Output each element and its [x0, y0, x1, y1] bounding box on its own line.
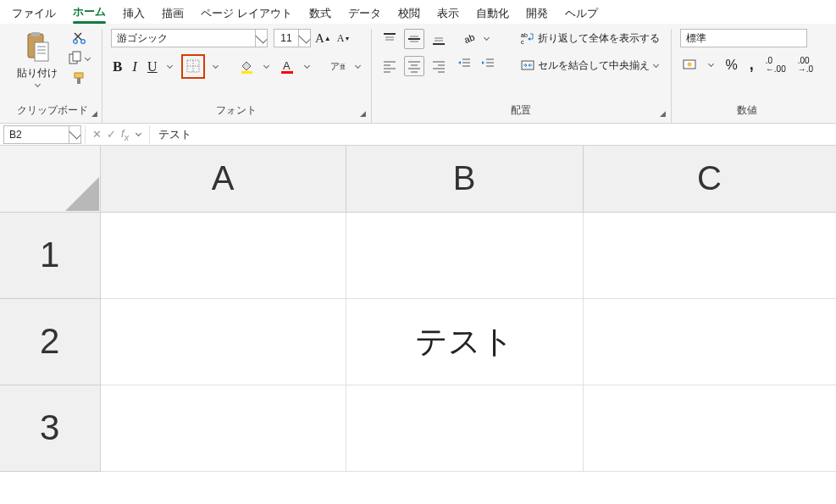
column-header-a[interactable]: A: [100, 146, 346, 212]
increase-indent-icon: [480, 56, 496, 71]
align-top-button[interactable]: [380, 30, 399, 48]
cell-c3[interactable]: [583, 385, 836, 471]
select-all-corner[interactable]: [0, 146, 100, 212]
svg-text:ab: ab: [462, 32, 476, 45]
row-header-2[interactable]: 2: [0, 298, 100, 385]
underline-button[interactable]: U: [146, 58, 159, 76]
svg-rect-2: [35, 42, 48, 61]
font-name-value: 游ゴシック: [112, 31, 255, 46]
corner-triangle-icon: [65, 177, 99, 211]
accounting-dropdown[interactable]: [707, 58, 716, 73]
clipboard-paste-icon: [23, 30, 52, 64]
wrap-text-button[interactable]: abc 折り返して全体を表示する: [518, 29, 662, 47]
menu-data[interactable]: データ: [341, 3, 388, 25]
cell-b2[interactable]: テスト: [346, 298, 583, 385]
phonetic-dropdown[interactable]: [354, 59, 363, 75]
orientation-dropdown[interactable]: [482, 30, 490, 46]
font-color-dropdown[interactable]: [303, 59, 312, 75]
scissors-icon: [72, 30, 87, 46]
menu-view[interactable]: 表示: [430, 3, 466, 25]
menu-developer[interactable]: 開発: [519, 3, 555, 25]
column-header-b[interactable]: B: [346, 146, 583, 212]
chevron-down-icon[interactable]: [255, 30, 267, 47]
menu-formulas[interactable]: 数式: [302, 3, 338, 25]
dialog-launcher-icon[interactable]: ◢: [359, 109, 368, 118]
decrease-font-button[interactable]: A▼: [335, 30, 352, 47]
fill-color-button[interactable]: [237, 58, 256, 76]
fill-color-dropdown[interactable]: [263, 59, 271, 75]
chevron-down-icon[interactable]: [69, 126, 80, 143]
dialog-launcher-icon[interactable]: ◢: [90, 109, 98, 118]
cell-a3[interactable]: [100, 385, 346, 471]
format-painter-button[interactable]: [70, 69, 89, 88]
paste-button[interactable]: 貼り付け: [12, 29, 63, 88]
italic-button[interactable]: I: [130, 57, 139, 77]
row-header-1[interactable]: 1: [0, 212, 100, 298]
confirm-edit-icon[interactable]: ✓: [107, 128, 116, 141]
align-bottom-button[interactable]: [429, 30, 448, 48]
wrap-text-icon: abc: [520, 30, 535, 46]
cut-button[interactable]: [70, 29, 89, 47]
menu-draw[interactable]: 描画: [155, 3, 191, 25]
borders-button[interactable]: [184, 57, 202, 75]
comma-button[interactable]: ,: [748, 54, 756, 75]
chevron-down-icon[interactable]: [652, 58, 661, 73]
bold-button[interactable]: B: [111, 57, 124, 77]
align-center-button[interactable]: [404, 56, 424, 76]
menu-insert[interactable]: 挿入: [116, 3, 152, 25]
font-size-select[interactable]: 11: [274, 29, 311, 47]
fx-dropdown[interactable]: [134, 127, 142, 142]
number-format-value: 標準: [681, 31, 806, 46]
name-box[interactable]: B2: [3, 125, 81, 144]
font-color-icon: A: [280, 59, 295, 75]
font-name-select[interactable]: 游ゴシック: [111, 29, 268, 47]
svg-rect-9: [73, 52, 80, 61]
menu-automate[interactable]: 自動化: [469, 3, 516, 25]
accounting-format-button[interactable]: [680, 56, 699, 75]
menu-home[interactable]: ホーム: [66, 1, 113, 27]
cell-c1[interactable]: [583, 212, 836, 298]
borders-icon: [185, 58, 201, 74]
fx-icon[interactable]: fx: [121, 127, 129, 142]
chevron-down-icon[interactable]: [298, 30, 310, 47]
row-header-3[interactable]: 3: [0, 385, 100, 471]
cell-b1[interactable]: [346, 212, 583, 298]
increase-indent-button[interactable]: [479, 54, 497, 73]
decrease-indent-button[interactable]: [455, 54, 473, 73]
menu-review[interactable]: 校閲: [391, 3, 427, 25]
percent-button[interactable]: %: [724, 56, 739, 75]
align-left-button[interactable]: [380, 57, 399, 75]
column-header-c[interactable]: C: [583, 146, 836, 212]
orientation-button[interactable]: ab: [461, 29, 479, 47]
menu-help[interactable]: ヘルプ: [558, 3, 605, 25]
menu-file[interactable]: ファイル: [5, 3, 63, 25]
group-label-alignment: 配置◢: [380, 102, 662, 121]
align-center-icon: [407, 58, 422, 74]
menu-page-layout[interactable]: ページ レイアウト: [194, 3, 299, 25]
cell-b3[interactable]: [346, 385, 583, 471]
number-format-select[interactable]: 標準: [680, 29, 807, 47]
cell-a1[interactable]: [100, 212, 346, 298]
merge-cells-icon: [520, 58, 535, 73]
increase-decimal-button[interactable]: .0←.00: [764, 55, 788, 75]
copy-button[interactable]: [66, 49, 93, 68]
formula-input[interactable]: テスト: [150, 127, 836, 142]
wrap-text-label: 折り返して全体を表示する: [538, 31, 660, 46]
cell-c2[interactable]: [583, 298, 836, 385]
phonetic-button[interactable]: ア亜: [329, 60, 347, 73]
cell-a2[interactable]: [100, 298, 346, 385]
merge-center-label: セルを結合して中央揃え: [538, 58, 650, 73]
align-right-button[interactable]: [429, 57, 448, 75]
font-color-button[interactable]: A: [278, 58, 296, 76]
borders-dropdown[interactable]: [212, 59, 220, 75]
align-top-icon: [382, 31, 397, 47]
underline-dropdown[interactable]: [166, 59, 174, 75]
merge-center-button[interactable]: セルを結合して中央揃え: [518, 56, 662, 75]
dialog-launcher-icon[interactable]: ◢: [659, 109, 667, 118]
increase-font-button[interactable]: A▲: [313, 30, 333, 47]
font-size-value: 11: [274, 32, 298, 44]
bucket-icon: [239, 59, 254, 75]
decrease-decimal-button[interactable]: .00→.0: [796, 55, 815, 75]
cancel-edit-icon[interactable]: ✕: [92, 128, 102, 141]
align-middle-button[interactable]: [404, 29, 424, 49]
